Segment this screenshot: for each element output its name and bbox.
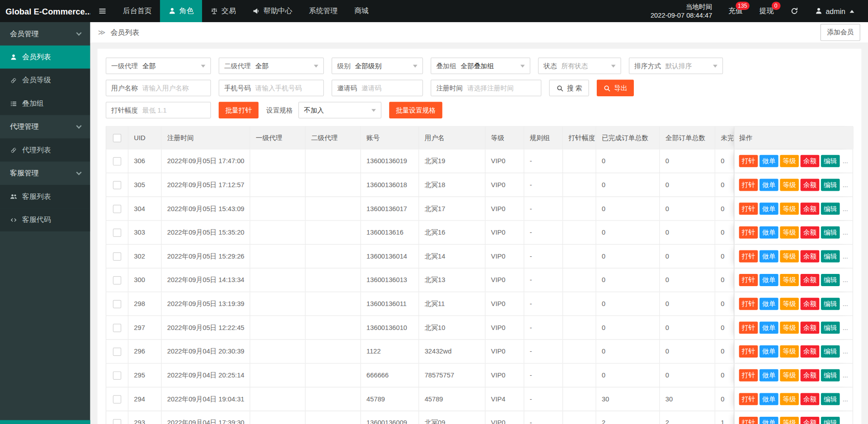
edit-button[interactable]: 编辑	[821, 393, 840, 405]
edit-button[interactable]: 编辑	[821, 203, 840, 215]
balance-button[interactable]: 余额	[801, 274, 820, 286]
inject-button[interactable]: 打针	[739, 203, 758, 215]
more-actions-button[interactable]: ...	[843, 205, 848, 212]
order-button[interactable]: 做单	[760, 155, 778, 167]
nav-item-role[interactable]: 角色	[160, 0, 202, 22]
menu-toggle-button[interactable]	[90, 0, 115, 22]
user-menu[interactable]: admin	[807, 0, 863, 22]
order-button[interactable]: 做单	[760, 179, 778, 191]
stack-group-select[interactable]: 叠加组 全部叠加组	[431, 57, 530, 74]
sidebar-section-agent[interactable]: 代理管理	[0, 115, 90, 138]
more-actions-button[interactable]: ...	[843, 276, 848, 284]
more-actions-button[interactable]: ...	[843, 372, 848, 379]
inject-button[interactable]: 打针	[739, 179, 758, 191]
sidebar-item-member-list[interactable]: 会员列表	[0, 45, 90, 68]
balance-button[interactable]: 余额	[801, 369, 820, 382]
level-button[interactable]: 等级	[780, 417, 799, 424]
edit-button[interactable]: 编辑	[821, 417, 840, 424]
row-checkbox[interactable]	[113, 324, 121, 332]
inject-button[interactable]: 打针	[739, 298, 758, 310]
more-actions-button[interactable]: ...	[843, 229, 848, 236]
balance-button[interactable]: 余额	[801, 155, 820, 167]
edit-button[interactable]: 编辑	[821, 155, 840, 167]
inject-button[interactable]: 打针	[739, 321, 758, 334]
inject-button[interactable]: 打针	[739, 226, 758, 239]
more-actions-button[interactable]: ...	[843, 157, 848, 165]
order-button[interactable]: 做单	[760, 393, 778, 405]
more-actions-button[interactable]: ...	[843, 395, 848, 403]
inject-button[interactable]: 打针	[739, 155, 758, 167]
balance-button[interactable]: 余额	[801, 345, 820, 358]
row-checkbox[interactable]	[113, 347, 121, 355]
edit-button[interactable]: 编辑	[821, 274, 840, 286]
row-checkbox[interactable]	[113, 395, 121, 403]
balance-button[interactable]: 余额	[801, 250, 820, 262]
balance-button[interactable]: 余额	[801, 226, 820, 239]
sidebar-item-stack-group[interactable]: 叠加组	[0, 92, 90, 115]
inject-button[interactable]: 打针	[739, 250, 758, 262]
nav-item-trade[interactable]: 交易	[202, 0, 244, 22]
more-actions-button[interactable]: ...	[843, 348, 848, 355]
select-all-checkbox[interactable]	[113, 134, 121, 142]
level-button[interactable]: 等级	[780, 274, 799, 286]
balance-button[interactable]: 余额	[801, 179, 820, 191]
batch-needle-button[interactable]: 批量打针	[219, 102, 259, 118]
row-checkbox[interactable]	[113, 300, 121, 308]
nav-item-help[interactable]: 帮助中心	[244, 0, 301, 22]
edit-button[interactable]: 编辑	[821, 321, 840, 334]
edit-button[interactable]: 编辑	[821, 345, 840, 358]
nav-item-home[interactable]: 后台首页	[114, 0, 160, 22]
sidebar-section-service[interactable]: 客服管理	[0, 162, 90, 185]
edit-button[interactable]: 编辑	[821, 250, 840, 262]
inject-button[interactable]: 打针	[739, 274, 758, 286]
sidebar-section-member[interactable]: 会员管理	[0, 22, 90, 45]
level-button[interactable]: 等级	[780, 226, 799, 239]
nav-item-system[interactable]: 系统管理	[301, 0, 346, 22]
order-button[interactable]: 做单	[760, 369, 778, 382]
balance-button[interactable]: 余额	[801, 417, 820, 424]
order-button[interactable]: 做单	[760, 417, 778, 424]
sort-select[interactable]: 排序方式 默认排序	[629, 57, 723, 74]
level-button[interactable]: 等级	[780, 321, 799, 334]
level-button[interactable]: 等级	[780, 155, 799, 167]
spec-select[interactable]: 不加入	[298, 102, 382, 118]
order-button[interactable]: 做单	[760, 250, 778, 262]
row-checkbox[interactable]	[113, 419, 121, 424]
order-button[interactable]: 做单	[760, 226, 778, 239]
search-button[interactable]: 搜 索	[549, 80, 590, 96]
level-button[interactable]: 等级	[780, 203, 799, 215]
register-time-input[interactable]	[467, 84, 536, 92]
level-button[interactable]: 等级	[780, 345, 799, 358]
withdraw-button[interactable]: 提现 0	[751, 0, 782, 22]
invite-code-input[interactable]	[362, 84, 418, 92]
export-button[interactable]: 导出	[597, 80, 634, 96]
level-button[interactable]: 等级	[780, 179, 799, 191]
more-actions-button[interactable]: ...	[843, 300, 848, 308]
inject-button[interactable]: 打针	[739, 369, 758, 382]
level-button[interactable]: 等级	[780, 298, 799, 310]
nav-item-mall[interactable]: 商城	[346, 0, 377, 22]
order-button[interactable]: 做单	[760, 321, 778, 334]
more-actions-button[interactable]: ...	[843, 324, 848, 331]
row-checkbox[interactable]	[113, 371, 121, 379]
inject-button[interactable]: 打针	[739, 393, 758, 405]
row-checkbox[interactable]	[113, 252, 121, 260]
inject-button[interactable]: 打针	[739, 345, 758, 358]
sidebar-item-agent-list[interactable]: 代理列表	[0, 138, 90, 161]
row-checkbox[interactable]	[113, 181, 121, 189]
more-actions-button[interactable]: ...	[843, 181, 848, 188]
level-select[interactable]: 级别 全部级别	[331, 57, 423, 74]
sidebar-item-service-list[interactable]: 客服列表	[0, 185, 90, 208]
username-input[interactable]	[142, 84, 206, 92]
row-checkbox[interactable]	[113, 276, 121, 284]
order-button[interactable]: 做单	[760, 203, 778, 215]
row-checkbox[interactable]	[113, 157, 121, 165]
order-button[interactable]: 做单	[760, 298, 778, 310]
refresh-button[interactable]	[782, 0, 807, 22]
more-actions-button[interactable]: ...	[843, 419, 848, 424]
edit-button[interactable]: 编辑	[821, 179, 840, 191]
sidebar-item-service-code[interactable]: 客服代码	[0, 208, 90, 231]
edit-button[interactable]: 编辑	[821, 369, 840, 382]
phone-input[interactable]	[255, 84, 318, 92]
batch-spec-button[interactable]: 批量设置规格	[389, 102, 443, 118]
